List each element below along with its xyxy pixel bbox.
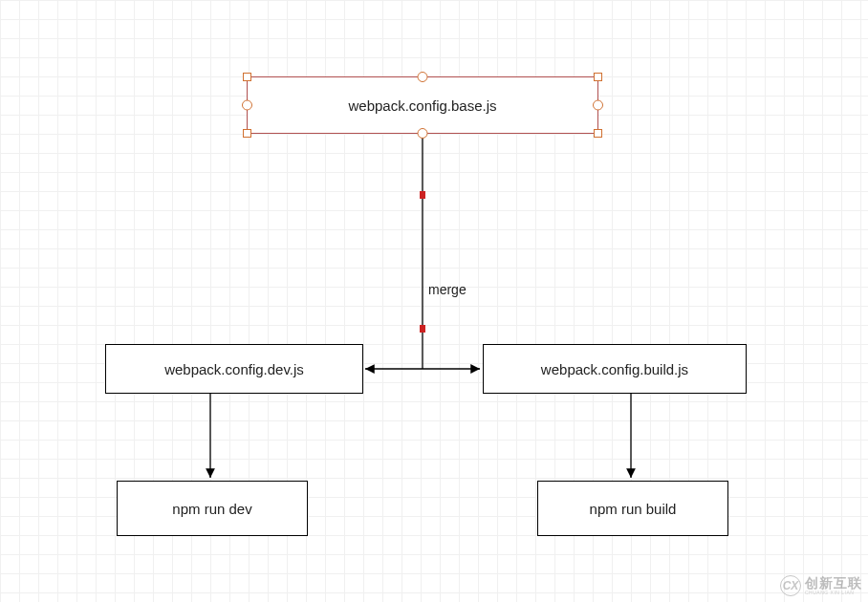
resize-handle[interactable]: [594, 129, 602, 138]
watermark: CX 创新互联 CHUANG XIN LIAN: [780, 575, 862, 596]
watermark-main: 创新互联: [805, 576, 862, 590]
edge-label-merge: merge: [428, 282, 467, 297]
node-npm-run-build[interactable]: npm run build: [537, 481, 728, 536]
node-label: webpack.config.dev.js: [164, 361, 304, 377]
resize-handle[interactable]: [594, 73, 602, 81]
connection-dot: [420, 325, 425, 333]
node-label: webpack.config.build.js: [541, 361, 688, 377]
diagram-canvas[interactable]: webpack.config.base.js merge webpack.con…: [0, 0, 868, 602]
watermark-sub: CHUANG XIN LIAN: [805, 590, 862, 595]
connection-handle[interactable]: [418, 128, 428, 139]
node-label: webpack.config.base.js: [348, 97, 496, 114]
node-label: npm run dev: [172, 501, 251, 517]
node-webpack-build[interactable]: webpack.config.build.js: [483, 344, 747, 394]
node-label: npm run build: [590, 501, 677, 517]
watermark-logo-icon: CX: [780, 575, 801, 596]
node-webpack-base[interactable]: webpack.config.base.js: [247, 76, 598, 134]
node-npm-run-dev[interactable]: npm run dev: [117, 481, 308, 536]
resize-handle[interactable]: [243, 129, 251, 138]
resize-handle[interactable]: [243, 73, 251, 81]
watermark-logo-text: CX: [783, 579, 799, 592]
connection-handle[interactable]: [418, 72, 428, 82]
node-webpack-dev[interactable]: webpack.config.dev.js: [105, 344, 363, 394]
watermark-text: 创新互联 CHUANG XIN LIAN: [805, 576, 862, 595]
connection-handle[interactable]: [242, 100, 252, 111]
connection-dot: [420, 191, 425, 199]
connection-handle[interactable]: [593, 100, 603, 111]
